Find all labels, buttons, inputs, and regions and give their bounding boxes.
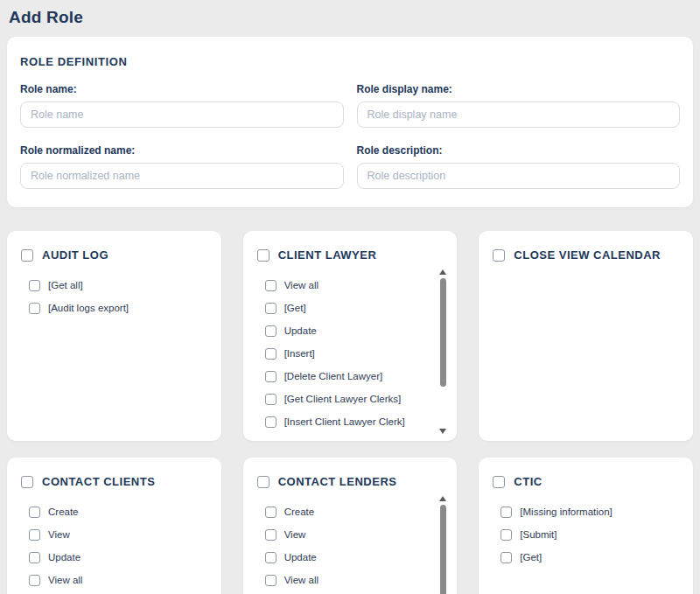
permission-checkbox[interactable] — [265, 552, 276, 563]
permission-card-header: CONTACT LENDERS — [257, 470, 444, 488]
permission-checkbox[interactable] — [265, 348, 276, 360]
permission-card-contact-clients: CONTACT CLIENTS Create View Update View … — [7, 458, 221, 594]
scrollbar[interactable] — [438, 269, 448, 434]
permission-item: View all — [29, 569, 207, 591]
permission-card-header: CTIC — [493, 470, 679, 488]
permission-card-header: CLOSE VIEW CALENDAR — [493, 243, 679, 262]
role-display-name-input[interactable] — [357, 101, 681, 128]
permission-item: [Get all] — [29, 274, 207, 297]
permission-checkbox[interactable] — [500, 507, 512, 518]
permission-label: [Insert Client Lawyer Clerk] — [284, 416, 405, 427]
card-select-all-checkbox[interactable] — [21, 249, 33, 262]
role-definition-fields: Role name: Role display name: Role norma… — [20, 83, 680, 189]
add-role-page: Add Role ROLE DEFINITION Role name: Role… — [0, 0, 700, 594]
permission-card-audit-log: AUDIT LOG [Get all] [Audit logs export] — [7, 231, 221, 441]
permission-checkbox[interactable] — [265, 394, 276, 405]
permission-checkbox[interactable] — [29, 552, 40, 563]
permission-label: View all — [284, 280, 318, 290]
role-normalized-name-input[interactable] — [20, 163, 344, 189]
permission-card-header: AUDIT LOG — [21, 243, 207, 262]
form-field: Role description: — [357, 144, 681, 189]
permission-label: Update — [284, 325, 317, 336]
field-label: Role normalized name: — [20, 144, 344, 157]
permission-item: View all — [265, 569, 421, 591]
permission-checkbox[interactable] — [500, 552, 512, 563]
permission-label: [Get all] — [48, 280, 83, 290]
card-select-all-checkbox[interactable] — [493, 249, 505, 262]
role-description-input[interactable] — [357, 163, 681, 189]
card-select-all-checkbox[interactable] — [257, 249, 270, 262]
permission-checkbox[interactable] — [265, 529, 276, 541]
permission-checkbox[interactable] — [265, 575, 276, 586]
permission-checkbox[interactable] — [265, 280, 276, 291]
permission-label: Create — [48, 507, 79, 517]
card-select-all-checkbox[interactable] — [493, 476, 505, 488]
permission-card-contact-lenders: CONTACT LENDERS Create View Update View … — [243, 458, 458, 594]
permission-item: [Insert] — [265, 342, 421, 365]
permission-label: [Insert] — [284, 348, 315, 359]
permission-item: [Get] — [265, 297, 421, 319]
permission-card-title: AUDIT LOG — [42, 248, 108, 262]
permission-card-title: CLOSE VIEW CALENDAR — [514, 248, 661, 262]
permission-item: [Missing information] — [500, 500, 679, 523]
permission-checkbox[interactable] — [265, 371, 276, 382]
permission-card-title: CTIC — [514, 475, 542, 488]
permission-item: [Get] — [500, 546, 679, 569]
permission-label: View all — [284, 575, 318, 585]
scroll-up-arrow-icon[interactable] — [439, 269, 446, 275]
scroll-down-arrow-icon[interactable] — [439, 429, 446, 434]
page-title: Add Role — [0, 0, 700, 27]
permission-label: View — [284, 529, 306, 540]
permission-card-title: CLIENT LAWYER — [278, 248, 377, 262]
permission-checkbox[interactable] — [29, 529, 40, 541]
permission-checkbox[interactable] — [265, 416, 276, 428]
permission-checkbox[interactable] — [29, 507, 40, 518]
permission-label: [Get Client Lawyer Clerks] — [284, 394, 402, 404]
permission-checkbox[interactable] — [29, 303, 40, 314]
permission-list: Create View Update View all [All Clients… — [21, 500, 207, 594]
permission-item: Update — [29, 546, 207, 569]
form-field: Role name: — [20, 83, 344, 128]
scroll-up-arrow-icon[interactable] — [439, 496, 446, 501]
scrollbar-thumb[interactable] — [440, 278, 446, 387]
permission-card-close-view-calendar: CLOSE VIEW CALENDAR — [479, 231, 693, 441]
permission-list: View all [Get] Update [Insert] [Delete C… — [257, 274, 444, 433]
field-label: Role display name: — [357, 83, 681, 95]
permission-label: Create — [284, 507, 315, 517]
form-field: Role display name: — [357, 83, 681, 128]
permission-checkbox[interactable] — [29, 575, 40, 586]
permission-item: Update — [265, 546, 421, 569]
role-name-input[interactable] — [20, 101, 344, 128]
permission-card-client-lawyer: CLIENT LAWYER View all [Get] Update [Ins… — [243, 231, 458, 441]
permission-label: Update — [284, 552, 317, 563]
permission-card-title: CONTACT CLIENTS — [42, 475, 155, 488]
field-label: Role description: — [357, 144, 681, 157]
permission-list: [Missing information] [Submit] [Get] — [493, 500, 679, 569]
scrollbar-thumb[interactable] — [440, 505, 446, 594]
permission-item: Create — [29, 500, 207, 523]
permission-list: Create View Update View all [View All Br… — [257, 500, 444, 594]
permission-card-header: CONTACT CLIENTS — [21, 470, 207, 488]
permission-list: [Get all] [Audit logs export] — [21, 274, 207, 319]
permission-cards-grid: AUDIT LOG [Get all] [Audit logs export] … — [7, 231, 693, 594]
permission-checkbox[interactable] — [265, 507, 276, 518]
permission-card-title: CONTACT LENDERS — [278, 475, 397, 488]
card-select-all-checkbox[interactable] — [257, 476, 270, 488]
permission-checkbox[interactable] — [500, 529, 512, 541]
permission-checkbox[interactable] — [29, 280, 40, 291]
scrollbar[interactable] — [438, 496, 448, 594]
permission-item: Create — [265, 500, 421, 523]
card-select-all-checkbox[interactable] — [21, 476, 33, 488]
role-definition-card: ROLE DEFINITION Role name: Role display … — [7, 37, 693, 207]
permission-label: View all — [48, 575, 82, 585]
permission-checkbox[interactable] — [265, 325, 276, 337]
permission-label: [Missing information] — [520, 507, 612, 517]
permission-label: [Get] — [520, 552, 542, 563]
permission-item: View — [265, 523, 421, 546]
field-label: Role name: — [20, 83, 344, 95]
permission-item: [Audit logs export] — [29, 297, 207, 319]
permission-item: View — [29, 523, 207, 546]
permission-checkbox[interactable] — [265, 303, 276, 314]
permission-label: View — [48, 529, 70, 540]
permission-label: [Submit] — [520, 529, 556, 540]
